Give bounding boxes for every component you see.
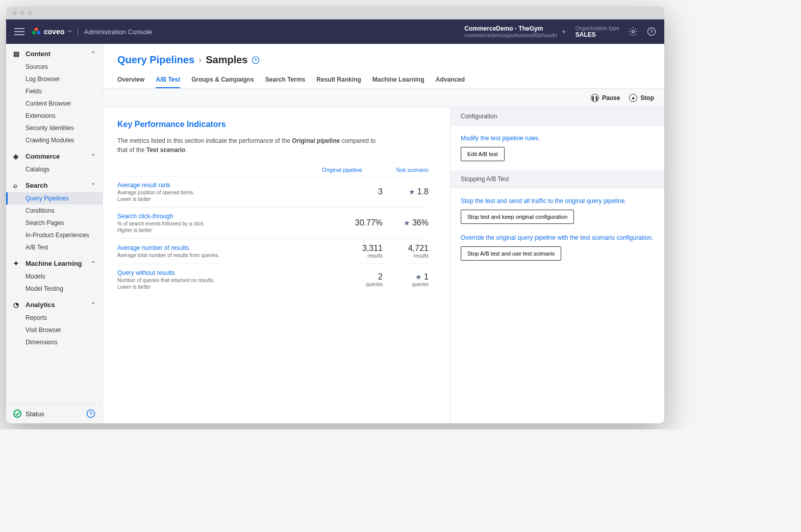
kpi-unit: queries [383,282,429,287]
stop-button[interactable]: ■ Stop [629,94,654,102]
stop-keep-original-button[interactable]: Stop test and keep original configuratio… [461,210,574,224]
help-icon[interactable] [647,27,656,36]
nav-item-a/b-test[interactable]: A/B Test [6,241,103,254]
kpi-metric-sub: Number of queries that returned no resul… [117,277,337,283]
kpi-original-value: 3 [337,187,383,196]
window-dot [20,11,24,15]
sidebar: ▤Content⌃SourcesLog BrowserFieldsContent… [6,44,103,423]
nav-item-security-identities[interactable]: Security Identities [6,122,103,134]
nav-item-dimensions[interactable]: Dimensions [6,336,103,348]
brand-logo[interactable]: coveo™ [32,27,71,36]
kpi-row: Query without resultsNumber of queries t… [117,264,429,295]
tab-overview[interactable]: Overview [117,72,144,88]
chevron-up-icon: ⌃ [91,153,95,160]
tab-machine-learning[interactable]: Machine Learning [372,72,424,88]
nav-section-content[interactable]: ▤Content⌃ [6,44,103,61]
kpi-original-value: 3,311 [337,244,383,253]
svg-point-6 [253,57,259,63]
section-icon: ✦ [13,260,21,267]
nav-item-catalogs[interactable]: Catalogs [6,163,103,175]
section-title: Machine Learning [26,260,82,267]
nav-item-reports[interactable]: Reports [6,312,103,324]
kpi-test-value: ★36% [383,218,429,227]
config-header: Configuration [450,108,664,125]
breadcrumb: Query Pipelines › Samples [103,44,664,72]
chevron-up-icon: ⌃ [91,182,95,189]
kpi-unit: queries [337,282,383,287]
chevron-up-icon: ⌃ [91,301,95,308]
star-icon: ★ [409,188,415,196]
nav-item-sources[interactable]: Sources [6,61,103,73]
kpi-test-value: ★1.8 [383,187,429,196]
nav-item-models[interactable]: Models [6,270,103,283]
svg-point-4 [648,28,656,36]
section-title: Content [26,50,51,58]
star-icon: ★ [415,273,422,281]
chevron-up-icon: ⌃ [91,260,95,267]
app-header: coveo™ | Administration Console Commerce… [6,19,664,44]
kpi-metric-name: Average result rank [117,182,337,189]
nav-item-extensions[interactable]: Extensions [6,110,103,122]
tab-advanced[interactable]: Advanced [436,72,465,88]
chevron-down-icon: ▼ [561,29,566,35]
kpi-metric-name: Search click-through [117,213,337,220]
kpi-original-value: 2 [337,272,383,282]
menu-toggle-icon[interactable] [14,28,24,35]
coveo-logo-icon [32,27,41,36]
nav-section-commerce[interactable]: ◈Commerce⌃ [6,146,103,163]
section-title: Analytics [26,301,55,309]
org-switcher[interactable]: CommerceDemo - TheGym commercedemosports… [464,25,566,38]
nav-item-crawling-modules[interactable]: Crawling Modules [6,134,103,146]
kpi-metric-sub: Average total number of results from que… [117,252,337,258]
tab-result-ranking[interactable]: Result Ranking [316,72,361,88]
kpi-row: Average result rankAverage position of o… [117,176,429,207]
nav-item-in-product-experiences[interactable]: In-Product Experiences [6,229,103,241]
nav-item-search-pages[interactable]: Search Pages [6,217,103,229]
stop-override-text: Override the original query pipeline wit… [461,234,654,241]
nav-section-search[interactable]: ⌕Search⌃ [6,175,103,192]
help-icon[interactable] [86,409,95,418]
kpi-metric-note: Lower is better [117,196,337,202]
nav-item-model-testing[interactable]: Model Testing [6,283,103,295]
kpi-original-value: 30.77% [337,218,383,227]
tab-search-terms[interactable]: Search Terms [265,72,306,88]
kpi-row: Average number of resultsAverage total n… [117,238,429,264]
section-icon: ◈ [13,153,21,160]
breadcrumb-current: Samples [206,54,247,66]
stop-use-test-button[interactable]: Stop A/B test and use test scenario [461,246,561,261]
edit-ab-test-button[interactable]: Edit A/B test [461,147,505,161]
kpi-row: Search click-through% of search events f… [117,207,429,238]
svg-point-3 [632,31,635,33]
kpi-metric-note: Lower is better [117,284,337,290]
tab-a-b-test[interactable]: A/B Test [156,72,180,88]
kpi-metric-sub: Average position of opened items. [117,190,337,195]
kpi-col-test: Test scenario [383,167,429,173]
kpi-test-value: ★1 [383,272,429,282]
section-title: Commerce [26,153,60,160]
svg-point-0 [34,28,38,31]
nav-section-analytics[interactable]: ◔Analytics⌃ [6,295,103,312]
gear-icon[interactable] [629,27,638,36]
kpi-metric-note: Higher is better [117,227,337,233]
config-text: Modify the test pipeline rules. [461,135,654,142]
nav-item-fields[interactable]: Fields [6,85,103,97]
svg-point-2 [37,31,40,34]
stopping-header: Stopping A/B Test [450,170,664,188]
section-icon: ⌕ [13,182,21,189]
pause-icon: ❚❚ [591,94,599,102]
stop-original-text: Stop the test and send all traffic to th… [461,197,654,205]
nav-item-content-browser[interactable]: Content Browser [6,97,103,110]
tab-groups-campaigns[interactable]: Groups & Campaigns [191,72,254,88]
nav-item-conditions[interactable]: Conditions [6,205,103,217]
nav-item-log-browser[interactable]: Log Browser [6,73,103,85]
nav-item-visit-browser[interactable]: Visit Browser [6,324,103,336]
breadcrumb-parent[interactable]: Query Pipelines [117,54,194,66]
help-icon[interactable] [252,56,260,64]
nav-section-machine-learning[interactable]: ✦Machine Learning⌃ [6,254,103,270]
sidebar-status[interactable]: Status [6,403,103,423]
pause-button[interactable]: ❚❚ Pause [591,94,620,102]
nav-item-query-pipelines[interactable]: Query Pipelines [6,192,103,205]
kpi-description: The metrics listed in this section indic… [117,136,383,155]
stop-icon: ■ [629,94,637,102]
kpi-test-value: 4,721 [383,244,429,253]
